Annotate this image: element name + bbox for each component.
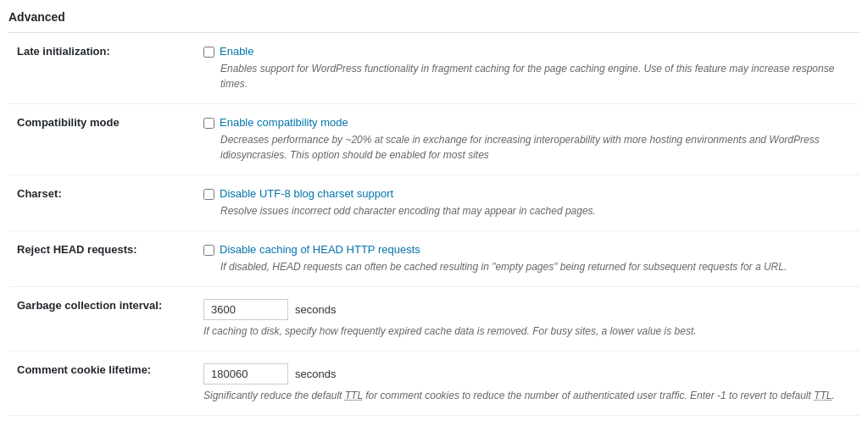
checkbox-row-charset: Disable UTF-8 blog charset support xyxy=(203,187,851,200)
checkbox-row-head: Disable caching of HEAD HTTP requests xyxy=(203,243,851,256)
checkbox-label-head: Disable caching of HEAD HTTP requests xyxy=(220,243,420,256)
settings-table: Late initialization: Enable Enables supp… xyxy=(8,33,860,426)
label-reject-head: Reject HEAD requests: xyxy=(8,231,195,287)
row-compatibility-mode: Compatibility mode Enable compatibility … xyxy=(8,104,860,175)
desc-charset: Resolve issues incorrect odd character e… xyxy=(203,203,851,219)
suffix-garbage: seconds xyxy=(295,303,336,316)
desc-late-init: Enables support for WordPress functional… xyxy=(203,61,851,91)
row-comment-cookie: Comment cookie lifetime: seconds Signifi… xyxy=(8,351,860,416)
label-compatibility-mode: Compatibility mode xyxy=(8,104,195,175)
section-title: Advanced xyxy=(8,0,860,33)
label-comment-cookie: Comment cookie lifetime: xyxy=(8,351,195,416)
content-late-initialization: Enable Enables support for WordPress fun… xyxy=(195,33,860,104)
checkbox-row-late-init: Enable xyxy=(203,45,851,58)
label-late-initialization: Late initialization: xyxy=(8,33,195,104)
checkbox-compat[interactable] xyxy=(203,118,214,129)
checkbox-label-charset: Disable UTF-8 blog charset support xyxy=(220,187,393,200)
content-compatibility-mode: Enable compatibility mode Decreases perf… xyxy=(195,104,860,175)
label-charset: Charset: xyxy=(8,175,195,231)
settings-container: Advanced Late initialization: Enable Ena… xyxy=(0,0,868,426)
desc-head: If disabled, HEAD requests can often be … xyxy=(203,259,851,274)
checkbox-late-init[interactable] xyxy=(203,47,214,58)
checkbox-label-compat: Enable compatibility mode xyxy=(220,116,348,129)
input-cookie-lifetime[interactable] xyxy=(203,363,288,385)
suffix-cookie: seconds xyxy=(295,368,336,380)
input-garbage-interval[interactable] xyxy=(203,299,288,320)
row-garbage-collection: Garbage collection interval: seconds If … xyxy=(8,287,860,351)
row-late-initialization: Late initialization: Enable Enables supp… xyxy=(8,33,860,104)
checkbox-head[interactable] xyxy=(203,245,214,256)
desc-garbage: If caching to disk, specify how frequent… xyxy=(203,324,851,339)
label-accepted-query: Accepted query strings: xyxy=(8,416,195,427)
row-accepted-query: Accepted query strings: xyxy=(8,416,860,427)
row-reject-head: Reject HEAD requests: Disable caching of… xyxy=(8,231,860,287)
content-garbage-collection: seconds If caching to disk, specify how … xyxy=(195,287,860,351)
content-accepted-query xyxy=(195,416,860,427)
label-garbage-collection: Garbage collection interval: xyxy=(8,287,195,351)
content-reject-head: Disable caching of HEAD HTTP requests If… xyxy=(195,231,860,287)
content-comment-cookie: seconds Significantly reduce the default… xyxy=(195,351,860,416)
desc-compat: Decreases performance by ~20% at scale i… xyxy=(203,132,851,163)
checkbox-row-compat: Enable compatibility mode xyxy=(203,116,851,129)
desc-cookie: Significantly reduce the default TTL for… xyxy=(203,388,851,403)
input-row-garbage: seconds xyxy=(203,299,851,320)
input-row-cookie: seconds xyxy=(203,363,851,385)
checkbox-charset[interactable] xyxy=(203,189,214,200)
checkbox-label-late-init: Enable xyxy=(220,45,253,58)
row-charset: Charset: Disable UTF-8 blog charset supp… xyxy=(8,175,860,231)
content-charset: Disable UTF-8 blog charset support Resol… xyxy=(195,175,860,231)
